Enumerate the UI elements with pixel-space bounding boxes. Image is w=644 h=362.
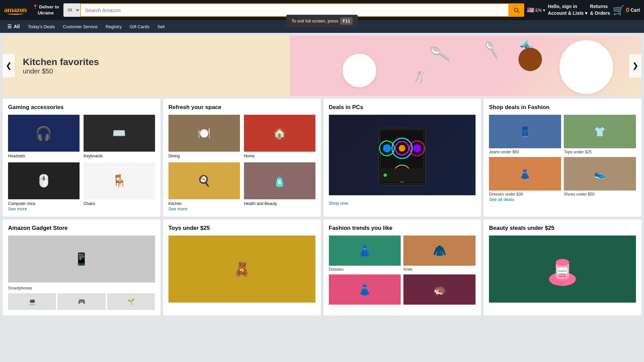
fashion-items-grid: 👖 Jeans under $50 👕 Tops under $25 👗 Dre… (489, 115, 636, 197)
trend-dresses-image: 👗 (329, 236, 401, 266)
refresh-item-kitchen[interactable]: 🍳 Kitchen (168, 162, 240, 206)
fullscreen-tip: To exit full screen, press F11 (286, 15, 358, 27)
returns-orders[interactable]: Returns & Orders (590, 3, 610, 16)
beauty-product-svg: amazon makeup blender (542, 249, 583, 289)
trend-item-3[interactable]: 👗 (329, 274, 401, 306)
gadget-thumbnails: 💻 🎮 🌱 (8, 293, 155, 310)
mouse-image: 🖱️ (8, 162, 80, 199)
kitchen-image: 🍳 (168, 162, 240, 199)
pc-image[interactable] (329, 115, 476, 195)
deliver-label: 📍 Deliver to (31, 4, 61, 10)
returns-label: Returns (590, 3, 610, 10)
toys-card: Toys under $25 🧸 (163, 219, 321, 315)
trend-item3-image: 👗 (329, 274, 401, 305)
jeans-label: Jeans under $50 (489, 150, 561, 154)
cart-icon: 🛒 (613, 5, 625, 16)
beauty-label: Health and Beauty (244, 201, 277, 206)
hamburger-icon: ☰ (7, 24, 12, 29)
beauty-card: Beauty steals under $25 amazon makeup bl… (484, 219, 641, 315)
headset-label: Headsets (8, 154, 25, 158)
chair-image: 🪑 (84, 162, 155, 199)
gadget-thumb-2[interactable]: 🎮 (57, 293, 105, 310)
keyboard-image: ⌨️ (84, 115, 155, 152)
hero-prev-button[interactable]: ❮ (3, 54, 15, 77)
fashion-trends-card: Fashion trends you like 👗 Dresses 🧥 Knit… (324, 219, 481, 315)
cart[interactable]: 🛒 0 Cart (613, 5, 640, 16)
search-button[interactable] (509, 3, 524, 17)
flag-icon: 🇺🇸 (527, 6, 534, 14)
navbar-item-registry[interactable]: Registry (102, 22, 125, 31)
svg-point-18 (556, 259, 569, 266)
navbar-item-sell[interactable]: Sell (154, 22, 168, 31)
fashion-see-all[interactable]: See all deals (489, 197, 514, 202)
beauty-main-image[interactable]: amazon makeup blender (489, 236, 636, 303)
gaming-item-headsets[interactable]: 🎧 Headsets (8, 115, 80, 158)
all-label: All (14, 24, 20, 29)
refresh-see-more[interactable]: See more (168, 206, 187, 211)
top-cards-grid: Gaming accessories 🎧 Headsets ⌨️ Keyboar… (3, 99, 641, 217)
pc-shop-now[interactable]: Shop now (329, 201, 476, 206)
navbar-item-customer-service[interactable]: Customer Service (59, 22, 101, 31)
gaming-item-chairs[interactable]: 🪑 Chairs (84, 162, 155, 206)
refresh-card-title: Refresh your space (168, 104, 315, 111)
main-content: ❮ Kitchen favorites under $50 🥄 🥄 🍴 🔩 ❯ … (0, 33, 644, 318)
fashion-item-dresses[interactable]: 👗 Dresses under $30 (489, 157, 561, 197)
gadget-card: Amazon Gadget Store 📱 Smartphones 💻 🎮 🌱 (3, 219, 160, 315)
kitchen-label: Kitchen (168, 201, 182, 206)
gadget-main-image[interactable]: 📱 (8, 236, 155, 282)
beauty-image: 🧴 (244, 162, 315, 199)
navbar-item-gift-cards[interactable]: Gift Cards (126, 22, 153, 31)
amazon-logo[interactable]: amazon (4, 5, 27, 15)
refresh-item-home[interactable]: 🏠 Home (244, 115, 315, 158)
trend-item-dresses[interactable]: 👗 Dresses (329, 236, 401, 272)
trend-dresses-label: Dresses (329, 267, 401, 272)
cart-count: 0 (626, 7, 629, 14)
gadget-thumb-1[interactable]: 💻 (8, 293, 56, 310)
tops-label: Tops under $25 (564, 150, 636, 154)
refresh-item-dining[interactable]: 🍽️ Dining (168, 115, 240, 158)
gaming-see-more[interactable]: See more (8, 206, 27, 211)
trend-item-knits[interactable]: 🧥 Knits (403, 236, 476, 272)
hero-content: Kitchen favorites under $50 (3, 43, 119, 89)
beauty-title: Beauty steals under $25 (489, 225, 636, 231)
search-category-select[interactable]: All (63, 3, 80, 17)
fullscreen-key: F11 (340, 17, 352, 24)
dresses-image: 👗 (489, 157, 561, 191)
refresh-items-grid: 🍽️ Dining 🏠 Home 🍳 Kitchen 🧴 Health and … (168, 115, 315, 206)
gaming-item-keyboards[interactable]: ⌨️ Keyboards (84, 115, 155, 158)
fashion-trends-title: Fashion trends you like (329, 225, 476, 231)
dresses-label: Dresses under $30 (489, 192, 561, 197)
smartphone-label: Smartphones (8, 286, 32, 291)
refresh-item-beauty[interactable]: 🧴 Health and Beauty (244, 162, 315, 206)
trend-item-4[interactable]: 🦔 (403, 274, 476, 306)
search-icon (513, 7, 520, 13)
svg-text:makeup: makeup (559, 273, 566, 275)
gaming-item-mice[interactable]: 🖱️ Computer mice (8, 162, 80, 206)
orders-label: & Orders (590, 10, 610, 17)
fashion-item-jeans[interactable]: 👖 Jeans under $50 (489, 115, 561, 154)
toys-main-image[interactable]: 🧸 (168, 236, 315, 303)
gaming-items-grid: 🎧 Headsets ⌨️ Keyboards 🖱️ Computer mice… (8, 115, 155, 206)
deliver-to[interactable]: 📍 Deliver to Ukraine (31, 4, 61, 16)
hero-next-button[interactable]: ❯ (629, 54, 641, 77)
fashion-item-tops[interactable]: 👕 Tops under $25 (564, 115, 636, 154)
shoes-label: Shoes under $50 (564, 192, 636, 197)
gadget-thumb-3[interactable]: 🌱 (107, 293, 155, 310)
account-hello: Hello, sign in (548, 3, 587, 10)
trend-knits-image: 🧥 (403, 236, 476, 266)
cart-label: Cart (631, 7, 640, 13)
fashion-item-shoes[interactable]: 👟 Shoes under $50 (564, 157, 636, 197)
gaming-card-title: Gaming accessories (8, 104, 155, 111)
fashion-card-title: Shop deals in Fashion (489, 104, 636, 111)
mouse-label: Computer mice (8, 201, 35, 206)
language-selector[interactable]: 🇺🇸 EN ▾ (527, 6, 545, 14)
pc-card: Deals in PCs (324, 99, 481, 217)
account-menu[interactable]: Hello, sign in Account & Lists ▾ (548, 3, 587, 16)
svg-point-5 (383, 144, 391, 152)
navbar-item-deals[interactable]: Today's Deals (24, 22, 58, 31)
dining-image: 🍽️ (168, 115, 240, 152)
trend-knits-label: Knits (403, 267, 476, 272)
account-label: Account & Lists ▾ (548, 10, 587, 17)
deliver-location: Ukraine (31, 10, 61, 16)
all-menu-button[interactable]: ☰ All (4, 22, 23, 31)
